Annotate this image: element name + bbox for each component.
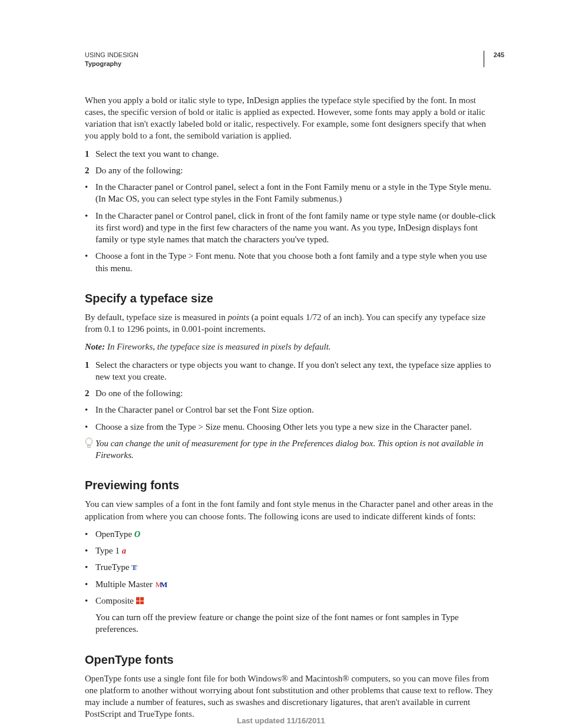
list-item: •TrueType TT bbox=[85, 561, 497, 573]
list-item: •Composite bbox=[85, 595, 497, 607]
lightbulb-icon bbox=[85, 437, 95, 462]
footer: Last updated 11/16/2011 bbox=[0, 716, 562, 725]
truetype-icon: TT bbox=[131, 564, 141, 571]
svg-rect-9 bbox=[140, 597, 144, 601]
svg-rect-1 bbox=[88, 445, 90, 447]
opentype-paragraph: OpenType fonts use a single font file fo… bbox=[85, 673, 497, 720]
type1-icon: a bbox=[122, 547, 130, 555]
section-title: Typography bbox=[85, 60, 497, 68]
list-item: 2Do any of the following: bbox=[85, 164, 497, 176]
intro-bullets: •In the Character panel or Control panel… bbox=[85, 181, 497, 274]
svg-text:M: M bbox=[160, 581, 167, 588]
size-paragraph: By default, typeface size is measured in… bbox=[85, 311, 497, 335]
size-steps: 1Select the characters or type objects y… bbox=[85, 359, 497, 400]
list-item: •Type 1 a bbox=[85, 545, 497, 556]
heading-previewing: Previewing fonts bbox=[85, 479, 497, 492]
intro-steps: 1Select the text you want to change. 2Do… bbox=[85, 148, 497, 177]
svg-text:O: O bbox=[134, 531, 140, 538]
tip: You can change the unit of measurement f… bbox=[85, 437, 497, 462]
list-item: •In the Character panel or Control bar s… bbox=[85, 404, 497, 416]
svg-point-0 bbox=[86, 438, 92, 445]
opentype-icon: O bbox=[134, 531, 143, 538]
size-bullets: •In the Character panel or Control bar s… bbox=[85, 404, 497, 433]
list-item: •In the Character panel or Control panel… bbox=[85, 210, 497, 246]
preview-after: You can turn off the preview feature or … bbox=[95, 611, 497, 635]
list-item: •Choose a font in the Type > Font menu. … bbox=[85, 250, 497, 274]
size-note: Note: In Fireworks, the typeface size is… bbox=[85, 341, 497, 353]
running-header: USING INDESIGN Typography 245 bbox=[85, 51, 497, 68]
list-item: •OpenType O bbox=[85, 528, 497, 540]
multiple-master-icon: MM bbox=[155, 581, 168, 588]
list-item: •In the Character panel or Control panel… bbox=[85, 181, 497, 205]
svg-rect-11 bbox=[140, 601, 144, 604]
doc-title: USING INDESIGN bbox=[85, 51, 497, 60]
list-item: •Choose a size from the Type > Size menu… bbox=[85, 421, 497, 433]
heading-specify-size: Specify a typeface size bbox=[85, 292, 497, 305]
list-item: •Multiple Master MM bbox=[85, 578, 497, 590]
intro-paragraph: When you apply a bold or italic style to… bbox=[85, 94, 497, 142]
list-item: 1Select the characters or type objects y… bbox=[85, 359, 497, 383]
svg-rect-8 bbox=[136, 597, 140, 601]
composite-icon bbox=[136, 597, 145, 605]
font-type-list: •OpenType O •Type 1 a •TrueType TT •Mult… bbox=[85, 528, 497, 607]
page-number: 245 bbox=[484, 51, 504, 67]
svg-text:T: T bbox=[131, 564, 137, 571]
heading-opentype: OpenType fonts bbox=[85, 653, 497, 667]
svg-text:a: a bbox=[122, 547, 126, 555]
svg-rect-10 bbox=[136, 601, 140, 604]
list-item: 2Do one of the following: bbox=[85, 387, 497, 399]
list-item: 1Select the text you want to change. bbox=[85, 148, 497, 160]
preview-paragraph: You can view samples of a font in the fo… bbox=[85, 498, 497, 522]
